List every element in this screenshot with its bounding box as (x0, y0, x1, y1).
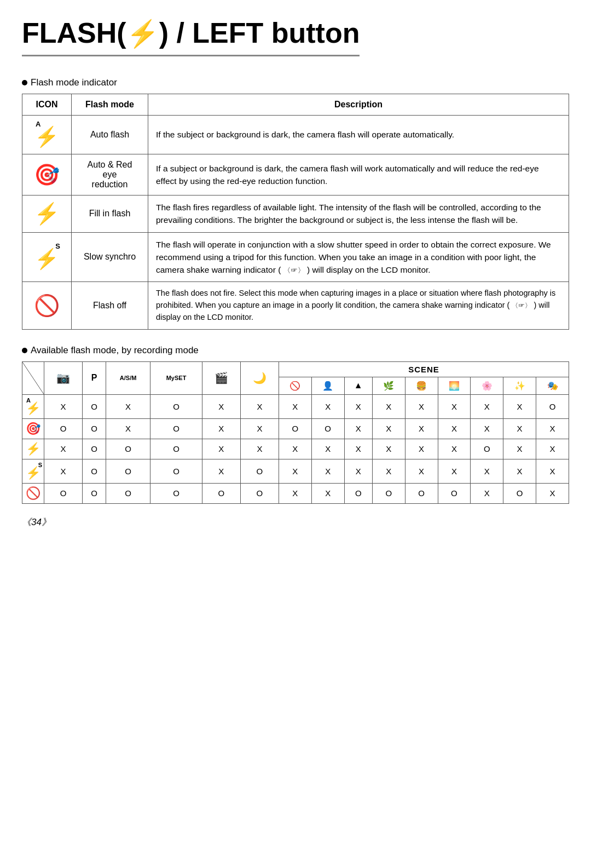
cell-re-10: X (372, 418, 405, 439)
table-row: 🎯 Auto & Red eyereduction If a subject o… (22, 154, 569, 196)
table-row: 🚫 Flash off The flash does not fire. Sel… (22, 282, 569, 329)
page-number: 《34》 (22, 516, 569, 528)
cell-ss-15: X (536, 459, 569, 483)
cell-re-12: X (438, 418, 471, 439)
cell-ff-14: X (503, 439, 536, 459)
page-title: FLASH(⚡) / LEFT button (22, 16, 569, 67)
scene-icon-5: 🍔 (405, 377, 438, 394)
avail-row-auto-flash: A ⚡ X O X O X X X X X X X X X X O (22, 394, 569, 418)
avail-row-fill-flash: ⚡ X O O O X X X X X X X X O X X (22, 439, 569, 459)
cell-ff-3: O (106, 439, 150, 459)
cell-fo-15: X (536, 483, 569, 503)
cell-ff-11: X (405, 439, 438, 459)
cell-fo-2: O (83, 483, 106, 503)
avail-red-eye-icon: 🎯 (22, 418, 44, 439)
flash-bolt-icon: ⚡ (126, 19, 159, 48)
slow-synchro-icon-cell: S ⚡ (22, 232, 72, 282)
auto-mode-icon: 📷 (47, 371, 80, 384)
cell-ss-4: O (150, 459, 202, 483)
title-prefix: FLASH( (22, 17, 126, 49)
cell-ff-6: X (240, 439, 279, 459)
cell-fo-14: O (503, 483, 536, 503)
cell-re-14: X (503, 418, 536, 439)
cell-af-11: X (405, 394, 438, 418)
fill-flash-mode: Fill in flash (72, 196, 148, 233)
cell-af-3: X (106, 394, 150, 418)
table-header-row: ICON Flash mode Description (22, 94, 569, 116)
cell-af-6: X (240, 394, 279, 418)
col-asm-icon: A/S/M (106, 361, 150, 394)
flash-off-mode: Flash off (72, 282, 148, 329)
col-night-icon: 🌙 (240, 361, 279, 394)
table-row: ⚡ Fill in flash The flash fires regardle… (22, 196, 569, 233)
cell-fo-12: O (438, 483, 471, 503)
cell-re-13: X (471, 418, 503, 439)
cell-af-1: X (44, 394, 83, 418)
avail-header-row-1: 📷 P A/S/M MySET 🎬 🌙 SCENE (22, 361, 569, 377)
cell-ff-15: X (536, 439, 569, 459)
flash-off-description: The flash does not fire. Select this mod… (148, 282, 569, 329)
diag-cell (22, 361, 44, 394)
avail-auto-flash-icon: A ⚡ (22, 394, 44, 418)
bullet-dot-1 (22, 80, 27, 85)
cell-af-14: X (503, 394, 536, 418)
scene-icon-1: 🚫 (279, 377, 311, 394)
flash-off-icon-cell: 🚫 (22, 282, 72, 329)
cell-af-10: X (372, 394, 405, 418)
cell-ff-13: O (471, 439, 503, 459)
col-myset-icon: MySET (150, 361, 202, 394)
scene-icon-9: 🎭 (536, 377, 569, 394)
cell-af-9: X (344, 394, 372, 418)
cell-ss-14: X (503, 459, 536, 483)
table-row: A ⚡ Auto flash If the subject or backgro… (22, 116, 569, 154)
red-eye-mode: Auto & Red eyereduction (72, 154, 148, 196)
bullet-dot-2 (22, 348, 27, 353)
available-flash-label: Available flash mode, by recording mode (22, 345, 569, 356)
cell-ff-2: O (83, 439, 106, 459)
slow-synchro-mode: Slow synchro (72, 232, 148, 282)
cell-ff-1: X (44, 439, 83, 459)
cell-re-9: X (344, 418, 372, 439)
asm-mode-icon: A/S/M (108, 375, 148, 381)
available-flash-table: 📷 P A/S/M MySET 🎬 🌙 SCENE 🚫 👤 (22, 361, 569, 504)
avail-slow-synchro-icon: S ⚡ (22, 459, 44, 483)
col-movie-icon: 🎬 (202, 361, 240, 394)
cell-re-5: X (202, 418, 240, 439)
cell-re-6: X (240, 418, 279, 439)
auto-flash-icon-cell: A ⚡ (22, 116, 72, 154)
cell-ss-6: O (240, 459, 279, 483)
col-description: Description (148, 94, 569, 116)
cell-re-1: O (44, 418, 83, 439)
cell-re-3: X (106, 418, 150, 439)
cell-af-5: X (202, 394, 240, 418)
cell-af-8: X (311, 394, 344, 418)
flash-mode-table: ICON Flash mode Description A ⚡ Auto fla… (22, 94, 569, 330)
fill-flash-icon-cell: ⚡ (22, 196, 72, 233)
cell-fo-9: O (344, 483, 372, 503)
cell-ff-10: X (372, 439, 405, 459)
auto-flash-mode: Auto flash (72, 116, 148, 154)
col-p-icon: P (83, 361, 106, 394)
scene-icon-7: 🌸 (471, 377, 503, 394)
cell-af-12: X (438, 394, 471, 418)
cell-fo-6: O (240, 483, 279, 503)
avail-row-red-eye: 🎯 O O X O X X O O X X X X X X X (22, 418, 569, 439)
cell-fo-4: O (150, 483, 202, 503)
cell-ss-7: X (279, 459, 311, 483)
cell-fo-5: O (202, 483, 240, 503)
slow-synchro-description: The flash will operate in conjunction wi… (148, 232, 569, 282)
cell-ff-7: X (279, 439, 311, 459)
myset-mode-icon: MySET (153, 375, 199, 381)
auto-flash-description: If the subject or background is dark, th… (148, 116, 569, 154)
cell-fo-8: X (311, 483, 344, 503)
cell-fo-1: O (44, 483, 83, 503)
scene-icon-8: ✨ (503, 377, 536, 394)
cell-re-7: O (279, 418, 311, 439)
slow-synchro-icon: S ⚡ (34, 243, 59, 271)
flash-off-icon: 🚫 (34, 294, 60, 317)
scene-icon-3: ▲ (344, 377, 372, 394)
col-flash-mode: Flash mode (72, 94, 148, 116)
title-suffix: ) / LEFT button (159, 17, 360, 49)
cell-ss-10: X (372, 459, 405, 483)
table-row: S ⚡ Slow synchro The flash will operate … (22, 232, 569, 282)
